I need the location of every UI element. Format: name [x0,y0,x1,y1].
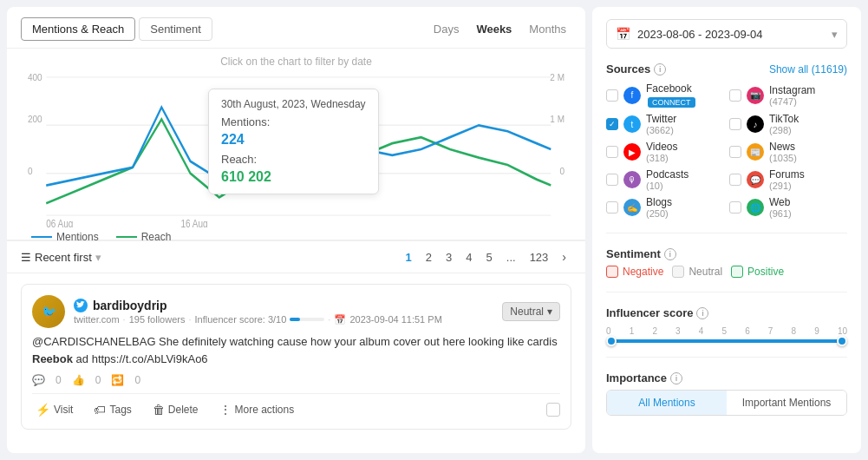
blogs-name: Blogs [646,196,672,208]
card-text-suffix: ad https://t.co/AbLVi9kAo6 [73,352,208,365]
source-check-news[interactable] [729,146,741,158]
visit-label: Visit [54,404,73,416]
forums-name: Forums [769,168,805,181]
importance-section: Importance i All Mentions Important Ment… [606,371,847,416]
source-check-videos[interactable] [606,146,618,158]
sources-title: Sources i [606,62,666,76]
page-btn-5[interactable]: 5 [481,249,498,266]
tags-icon: 🏷 [94,403,106,417]
twitter-icon: t [623,115,641,133]
card-actions: ⚡ Visit 🏷 Tags 🗑 Delete ⋮ More actions [32,393,560,418]
source-check-facebook[interactable] [606,89,618,102]
sort-chevron-icon: ▾ [95,251,101,264]
source-videos: ▶ Videos (318) [606,141,724,163]
sort-icon: ☰ [21,251,31,264]
page-btn-1[interactable]: 1 [401,249,417,266]
y-label-200: 200 [28,115,42,124]
connect-badge[interactable]: CONNECT [648,97,695,108]
sentiment-positive[interactable]: Positive [731,266,784,278]
importance-buttons: All Mentions Important Mentions [606,390,847,416]
tags-button[interactable]: 🏷 Tags [90,401,134,418]
show-all-link[interactable]: Show all (11619) [769,63,847,76]
chart-hint: Click on the chart to filter by date [17,49,575,71]
instagram-name: Instagram [769,84,815,96]
slider-thumb-left[interactable] [606,336,617,346]
time-btn-months[interactable]: Months [524,21,571,37]
chart-area: Click on the chart to filter by date 400… [7,49,585,240]
delete-icon: 🗑 [153,403,165,417]
sentiment-neutral[interactable]: Neutral [672,266,722,278]
y-label-1m: 1 M [550,115,565,124]
tooltip-mentions-label: Mentions: [221,115,366,128]
source-check-forums[interactable] [729,174,741,186]
slider-track[interactable] [606,339,847,343]
sentiment-neu-box [672,266,684,278]
podcasts-count: (10) [646,181,689,191]
influencer-info-icon[interactable]: i [696,307,708,319]
sentiment-info-icon[interactable]: i [664,248,676,260]
tab-mentions-reach[interactable]: Mentions & Reach [21,17,135,41]
legend-mentions-label: Mentions [56,231,99,243]
page-btn-3[interactable]: 3 [441,249,457,266]
page-btn-123[interactable]: 123 [525,249,554,266]
page-btn-4[interactable]: 4 [460,249,477,266]
source-twitter: ✓ t Twitter (3662) [606,113,724,135]
news-name: News [769,141,797,153]
visit-button[interactable]: ⚡ Visit [32,401,76,418]
slider-thumb-right[interactable] [837,336,847,346]
card-source: twitter.com [74,314,120,325]
like-icon: 👍 [72,374,85,386]
sentiment-negative[interactable]: Negative [606,266,663,278]
score-numbers: 012 345 678 910 [606,326,847,336]
source-forums: 💬 Forums (291) [729,168,847,191]
source-check-web[interactable] [729,201,741,214]
source-check-tiktok[interactable] [729,118,741,130]
svg-text:16 Aug: 16 Aug [180,218,207,227]
tags-label: Tags [109,404,131,416]
source-check-instagram[interactable] [729,89,741,102]
source-check-blogs[interactable] [606,201,618,214]
web-icon: 🌐 [747,199,764,216]
card-select-checkbox[interactable] [546,403,560,417]
card-header: 🐦 bardiboydrip twitter.com · 195 followe… [32,295,560,328]
tooltip-reach-value: 610 202 [221,169,366,185]
comment-count: 0 [55,374,62,386]
more-actions-button[interactable]: ⋮ More actions [216,401,298,418]
divider-4 [606,357,847,358]
delete-button[interactable]: 🗑 Delete [149,401,202,418]
tiktok-name: TikTok [769,113,799,125]
all-mentions-button[interactable]: All Mentions [607,391,727,415]
legend-reach: Reach [116,231,172,243]
page-next-button[interactable]: › [557,248,571,266]
chart-svg-wrapper[interactable]: 400 200 0 2 M 1 M 0 06 Aug 16 Aug [17,71,575,227]
important-mentions-button[interactable]: Important Mentions [727,391,846,415]
time-btn-weeks[interactable]: Weeks [471,21,517,37]
y-label-400: 400 [28,73,42,82]
card-sub: twitter.com · 195 followers · Influencer… [74,314,493,325]
forums-count: (291) [769,181,805,191]
source-instagram: 📷 Instagram (4747) [729,82,847,108]
card-date: 2023-09-04 11:51 PM [349,314,441,325]
source-check-twitter[interactable]: ✓ [606,118,618,130]
page-btn-ellipsis: ... [501,249,521,266]
source-check-podcasts[interactable] [606,174,618,186]
forums-icon: 💬 [747,171,764,188]
sort-button[interactable]: ☰ Recent first ▾ [21,251,101,264]
sentiment-badge-label: Neutral [510,306,544,318]
sources-info-icon[interactable]: i [654,63,666,76]
sentiment-badge[interactable]: Neutral ▾ [502,302,560,321]
pagination: 1 2 3 4 5 ... 123 › [401,248,571,266]
like-count: 0 [95,374,101,386]
sources-section: Sources i Show all (11619) f Facebook CO… [606,62,847,219]
tab-sentiment[interactable]: Sentiment [139,17,212,41]
inf-score-label: Influencer score: 3/10 [195,314,287,325]
importance-info-icon[interactable]: i [670,372,682,384]
facebook-name: Facebook [646,82,695,95]
page-btn-2[interactable]: 2 [421,249,437,266]
twitter-name: Twitter [646,113,676,125]
source-tiktok: ♪ TikTok (298) [729,113,847,135]
y-label-2m: 2 M [550,73,565,82]
time-btn-days[interactable]: Days [428,21,465,37]
date-range-button[interactable]: 📅 2023-08-06 - 2023-09-04 ▾ [606,19,847,49]
videos-name: Videos [646,141,677,153]
